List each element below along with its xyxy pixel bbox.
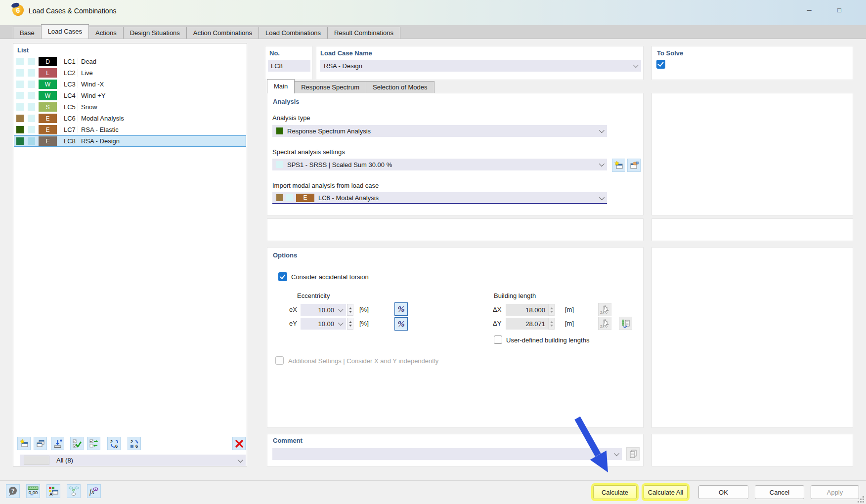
- close-button[interactable]: ✕: [858, 0, 866, 20]
- copy-comment-button[interactable]: [626, 447, 640, 461]
- subtab-main[interactable]: Main: [267, 79, 295, 93]
- dx-double-button[interactable]: 2x: [598, 303, 611, 316]
- check-all-icon: [72, 439, 82, 449]
- ex-percent-button[interactable]: %: [394, 302, 408, 316]
- dy-spinner[interactable]: [548, 318, 555, 330]
- load-case-number-field[interactable]: LC8: [268, 60, 310, 72]
- display-icon: A: [48, 486, 59, 497]
- tree-icon: [68, 486, 79, 497]
- display-settings-button[interactable]: A: [46, 484, 60, 498]
- window-star-icon: [19, 439, 29, 449]
- renumber-button[interactable]: 26: [107, 437, 121, 450]
- accidental-torsion-checkbox[interactable]: [278, 272, 287, 281]
- new-spectral-settings-button[interactable]: [612, 159, 625, 172]
- solve-color-swatch: [28, 115, 35, 122]
- load-case-row[interactable]: LLC2Live: [14, 67, 246, 79]
- app-icon: 6: [12, 4, 24, 16]
- load-cases-combinations-dialog: 6 Load Cases & Combinations ─□✕ BaseLoad…: [0, 0, 866, 504]
- load-case-id: LC7: [60, 126, 77, 133]
- load-case-row[interactable]: ELC6Modal Analysis: [14, 113, 246, 124]
- invert-selection-button[interactable]: [87, 437, 100, 450]
- ey-label: eY: [289, 320, 297, 327]
- chevron-down-icon: [599, 161, 605, 167]
- formula-button[interactable]: fx: [87, 484, 101, 498]
- category-color-swatch: [16, 92, 24, 99]
- load-case-row[interactable]: WLC4Wind +Y: [14, 90, 246, 101]
- select-all-button[interactable]: [70, 437, 84, 450]
- category-color-swatch: [16, 115, 24, 122]
- new-load-case-button[interactable]: [17, 437, 31, 450]
- load-case-row[interactable]: DLC1Dead: [14, 56, 246, 67]
- load-case-row[interactable]: SLC5Snow: [14, 101, 246, 113]
- tab-load-combinations[interactable]: Load Combinations: [259, 27, 328, 39]
- load-case-row[interactable]: WLC3Wind -X: [14, 79, 246, 90]
- dx-spinner[interactable]: [548, 304, 555, 316]
- tab-result-combinations[interactable]: Result Combinations: [327, 27, 400, 39]
- copy-values-button[interactable]: [619, 317, 632, 330]
- analysis-type-dropdown[interactable]: Response Spectrum Analysis: [272, 125, 607, 137]
- tab-design-situations[interactable]: Design Situations: [123, 27, 187, 39]
- navigator-button[interactable]: [67, 484, 81, 498]
- category-color-swatch: [16, 126, 24, 133]
- calculate-all-button[interactable]: Calculate All: [644, 485, 688, 499]
- load-case-row[interactable]: ELC8RSA - Design: [14, 135, 246, 147]
- units-icon: 0,00: [27, 486, 39, 497]
- spectral-settings-swatch: [276, 161, 283, 168]
- ex-spinner[interactable]: [347, 304, 353, 316]
- subtab-selection-of-modes[interactable]: Selection of Modes: [366, 81, 434, 93]
- edit-spectral-settings-button[interactable]: [627, 159, 641, 172]
- action-category-badge: E: [39, 114, 57, 123]
- ey-input[interactable]: 10.00: [301, 318, 346, 330]
- tab-action-combinations[interactable]: Action Combinations: [186, 27, 259, 39]
- to-solve-label: To Solve: [657, 49, 683, 57]
- pointer-arrow: [568, 414, 623, 478]
- dy-field[interactable]: 28.071: [506, 318, 548, 330]
- maximize-button[interactable]: □: [828, 0, 851, 20]
- cancel-button[interactable]: Cancel: [755, 485, 804, 499]
- subtab-response-spectrum[interactable]: Response Spectrum: [294, 81, 366, 93]
- number-panel: No. LC8: [265, 46, 312, 80]
- ok-button[interactable]: OK: [698, 485, 748, 499]
- no-label: No.: [269, 49, 280, 57]
- ey-percent-button[interactable]: %: [394, 317, 408, 331]
- tab-base[interactable]: Base: [13, 27, 42, 39]
- dx-field[interactable]: 18.000: [506, 304, 548, 316]
- category-color-swatch: [16, 81, 24, 88]
- list-filter-dropdown[interactable]: All (8): [20, 455, 246, 466]
- load-case-name: Dead: [78, 58, 96, 65]
- insert-load-case-button[interactable]: [51, 437, 64, 450]
- options-header: Options: [273, 252, 297, 259]
- side-panel-1: [651, 93, 853, 215]
- spectral-settings-label: Spectral analysis settings: [272, 148, 345, 156]
- ex-input[interactable]: 10.00: [301, 304, 346, 316]
- renumber-single-button[interactable]: 26: [128, 437, 141, 450]
- sub-tabstrip: MainResponse SpectrumSelection of Modes: [267, 79, 644, 93]
- copy-load-case-button[interactable]: [34, 437, 47, 450]
- minimize-button[interactable]: ─: [798, 0, 821, 20]
- delete-x-icon: [234, 439, 244, 449]
- user-defined-lengths-checkbox[interactable]: [494, 336, 502, 344]
- spectral-settings-dropdown[interactable]: SPS1 - SRSS | Scaled Sum 30.00 %: [272, 159, 607, 170]
- name-panel: Load Case Name RSA - Design: [316, 46, 644, 80]
- delete-load-case-button[interactable]: [232, 437, 246, 450]
- tab-load-cases[interactable]: Load Cases: [41, 24, 89, 39]
- load-case-id: LC8: [60, 137, 77, 145]
- to-solve-panel: To Solve: [651, 46, 853, 80]
- bottom-bar: ?0,00Afx CalculateCalculate AllOKCancelA…: [0, 480, 866, 504]
- category-color-swatch: [16, 69, 24, 77]
- help-button[interactable]: ?: [6, 484, 20, 498]
- comment-header: Comment: [273, 437, 303, 444]
- resize-grip[interactable]: [857, 496, 864, 503]
- tab-actions[interactable]: Actions: [88, 27, 124, 39]
- ey-spinner[interactable]: [347, 318, 353, 330]
- load-case-row[interactable]: ELC7RSA - Elastic: [14, 124, 246, 135]
- ey-unit: [%]: [359, 320, 369, 327]
- to-solve-checkbox[interactable]: [656, 60, 665, 69]
- solve-color-swatch: [28, 81, 35, 88]
- load-case-id: LC5: [60, 103, 77, 111]
- units-settings-button[interactable]: 0,00: [26, 484, 40, 498]
- dy-double-button[interactable]: 2x: [598, 317, 611, 330]
- import-modal-dropdown[interactable]: E LC6 - Modal Analysis: [272, 192, 607, 204]
- load-case-name-dropdown[interactable]: RSA - Design: [320, 60, 641, 72]
- calculate-button[interactable]: Calculate: [593, 485, 637, 499]
